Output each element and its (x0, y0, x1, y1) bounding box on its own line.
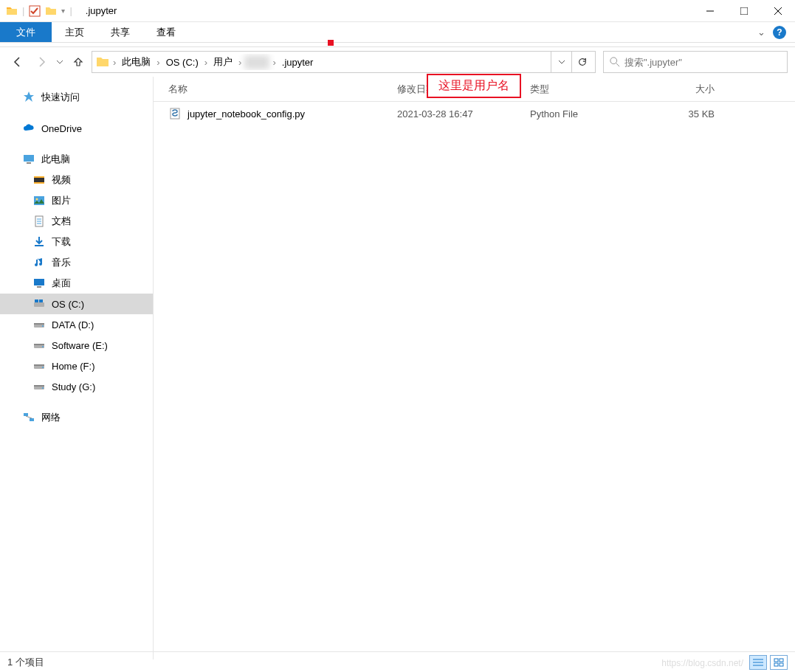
python-file-icon (168, 107, 182, 120)
maximize-button[interactable] (727, 0, 761, 22)
chevron-right-icon[interactable]: › (111, 57, 117, 68)
sidebar-item--[interactable]: 文档 (0, 211, 153, 232)
crumb-osc[interactable]: OS (C:) (163, 55, 202, 69)
crumb-users[interactable]: 用户 (210, 54, 235, 70)
chevron-right-icon[interactable]: › (271, 57, 277, 68)
sidebar-item-label: 下载 (52, 235, 71, 249)
svg-rect-35 (24, 413, 28, 416)
statusbar: 1 个项目 https://blog.csdn.net/ (0, 651, 795, 672)
column-name[interactable]: 名称 (168, 83, 397, 96)
close-button[interactable] (761, 0, 795, 22)
qat-checkbox-icon[interactable] (29, 5, 41, 17)
help-icon[interactable]: ? (773, 26, 786, 39)
nav-forward-button[interactable] (31, 52, 52, 72)
address-controls (551, 52, 592, 72)
ribbon-tab-home[interactable]: 主页 (52, 22, 97, 42)
sidebar-item-software-e-[interactable]: Software (E:) (0, 335, 153, 356)
chevron-right-icon[interactable]: › (237, 57, 243, 68)
svg-point-25 (42, 325, 44, 327)
svg-rect-20 (34, 302, 44, 307)
sidebar-quick-access[interactable]: 快速访问 (0, 87, 153, 108)
search-input[interactable] (624, 57, 781, 68)
svg-line-6 (616, 63, 619, 66)
minimize-button[interactable] (693, 0, 727, 22)
ribbon-tab-view[interactable]: 查看 (143, 22, 189, 42)
sidebar-item--[interactable]: 桌面 (0, 273, 153, 294)
sidebar-item-label: Study (G:) (52, 381, 95, 392)
svg-rect-27 (34, 344, 44, 345)
svg-rect-44 (774, 663, 778, 666)
file-date: 2021-03-28 16:47 (397, 108, 530, 119)
ribbon-divider (0, 43, 795, 47)
drive-icon (32, 359, 46, 373)
desktop-icon (32, 277, 46, 290)
view-large-icons-button[interactable] (770, 655, 788, 670)
file-name: jupyter_notebook_config.py (187, 108, 305, 119)
addressbar: › 此电脑 › OS (C:) › 用户 › xxxx › .jupyter (0, 47, 795, 77)
annotation-callout: 这里是用户名 (427, 74, 521, 98)
chevron-right-icon[interactable]: › (155, 57, 161, 68)
search-icon (610, 57, 620, 67)
window-controls (693, 0, 795, 22)
sidebar-item-label: 图片 (52, 194, 71, 207)
folder-icon (6, 5, 18, 17)
svg-rect-43 (779, 659, 783, 662)
file-list: jupyter_notebook_config.py2021-03-28 16:… (154, 102, 795, 125)
ribbon-tab-share[interactable]: 共享 (97, 22, 143, 42)
sidebar-item-label: 快速访问 (41, 91, 80, 104)
documents-icon (32, 215, 46, 228)
crumb-jupyter[interactable]: .jupyter (279, 55, 317, 69)
svg-line-37 (26, 416, 32, 418)
sidebar-item-label: Software (E:) (52, 340, 108, 351)
monitor-icon (22, 153, 35, 166)
refresh-button[interactable] (571, 52, 592, 72)
drive-icon (32, 339, 46, 352)
sidebar-item--[interactable]: 图片 (0, 190, 153, 211)
sidebar-item-home-f-[interactable]: Home (F:) (0, 356, 153, 376)
crumb-thispc[interactable]: 此电脑 (119, 54, 154, 70)
crumb-username-redacted[interactable]: xxxx (244, 55, 269, 69)
titlebar: | ▾ | .jupyter (0, 0, 795, 22)
pictures-icon (32, 194, 46, 207)
watermark: https://blog.csdn.net/ (661, 658, 743, 668)
qat-dropdown-icon[interactable]: ▾ (61, 7, 65, 15)
nav-up-button[interactable] (68, 52, 89, 72)
sidebar-item-data-d-[interactable]: DATA (D:) (0, 314, 153, 335)
ribbon-tab-file[interactable]: 文件 (0, 22, 52, 42)
column-type[interactable]: 类型 (530, 83, 641, 96)
svg-point-13 (36, 198, 38, 201)
column-size[interactable]: 大小 (641, 83, 715, 96)
svg-rect-12 (34, 196, 44, 205)
video-icon (32, 173, 46, 187)
file-row[interactable]: jupyter_notebook_config.py2021-03-28 16:… (154, 102, 795, 125)
sidebar-item-os-c-[interactable]: OS (C:) (0, 294, 153, 314)
view-details-button[interactable] (749, 655, 767, 670)
sidebar-item-label: DATA (D:) (52, 319, 94, 330)
ribbon-expand-icon[interactable]: ⌄ (757, 27, 765, 38)
chevron-right-icon[interactable]: › (203, 57, 209, 68)
main: 快速访问 OneDrive 此电脑 视频图片文档下载音乐桌面OS (C:)DAT… (0, 77, 795, 659)
sidebar-onedrive[interactable]: OneDrive (0, 118, 153, 139)
sidebar-item-study-g-[interactable]: Study (G:) (0, 376, 153, 397)
svg-point-31 (42, 367, 44, 368)
nav-recent-dropdown[interactable] (55, 52, 65, 72)
search-box[interactable] (603, 51, 788, 73)
sidebar-item-label: 此电脑 (41, 153, 70, 166)
sidebar-item-label: 桌面 (52, 277, 71, 290)
svg-point-28 (42, 346, 44, 347)
cloud-icon (22, 122, 35, 135)
sidebar: 快速访问 OneDrive 此电脑 视频图片文档下载音乐桌面OS (C:)DAT… (0, 77, 154, 659)
sidebar-item--[interactable]: 视频 (0, 170, 153, 190)
nav-back-button[interactable] (7, 52, 28, 72)
sidebar-item-label: 音乐 (52, 256, 71, 269)
sidebar-item--[interactable]: 音乐 (0, 252, 153, 273)
music-icon (32, 256, 46, 269)
sidebar-this-pc[interactable]: 此电脑 (0, 149, 153, 170)
address-dropdown-button[interactable] (551, 52, 571, 72)
svg-point-5 (610, 58, 617, 64)
svg-rect-7 (24, 155, 34, 162)
sidebar-network[interactable]: 网络 (0, 407, 153, 428)
content: 这里是用户名 名称 修改日期 类型 大小 jupyter_notebook_co… (154, 77, 795, 659)
address-box[interactable]: › 此电脑 › OS (C:) › 用户 › xxxx › .jupyter (92, 51, 596, 73)
sidebar-item--[interactable]: 下载 (0, 232, 153, 252)
